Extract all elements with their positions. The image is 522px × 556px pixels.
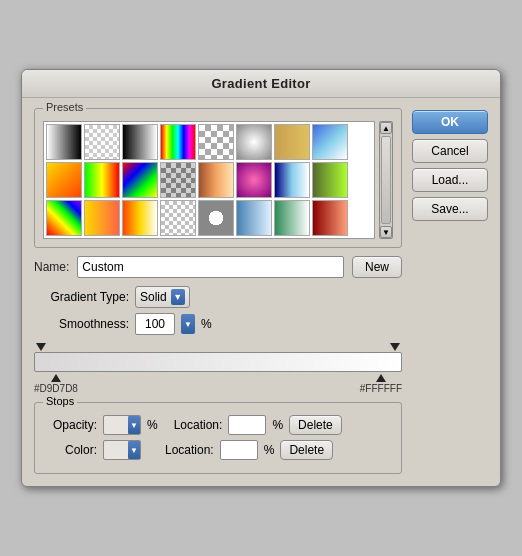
left-stop: #D9D7D8: [34, 374, 78, 394]
save-button[interactable]: Save...: [412, 197, 488, 221]
gradient-type-arrow-icon[interactable]: ▼: [171, 289, 185, 305]
color-delete-button[interactable]: Delete: [280, 440, 333, 460]
preset-swatch[interactable]: [160, 124, 196, 160]
color-label: Color:: [43, 443, 97, 457]
color-location-label: Location:: [165, 443, 214, 457]
presets-scrollbar[interactable]: ▲ ▼: [379, 121, 393, 239]
smoothness-row: Smoothness: ▼ %: [34, 313, 402, 335]
preset-swatch[interactable]: [312, 162, 348, 198]
gradient-type-value: Solid: [140, 290, 167, 304]
color-arrow-icon[interactable]: ▼: [128, 441, 140, 459]
left-stop-marker-top[interactable]: [36, 343, 46, 351]
new-button[interactable]: New: [352, 256, 402, 278]
preset-swatch[interactable]: [274, 162, 310, 198]
color-location-unit: %: [264, 443, 275, 457]
dialog-content: Presets: [22, 98, 500, 474]
preset-swatch[interactable]: [84, 124, 120, 160]
cancel-button[interactable]: Cancel: [412, 139, 488, 163]
preset-swatch[interactable]: [46, 124, 82, 160]
preset-swatch[interactable]: [198, 200, 234, 236]
opacity-row: Opacity: ▼ % Location: % Delete: [43, 415, 393, 435]
smoothness-unit: %: [201, 317, 212, 331]
preset-swatch[interactable]: [122, 200, 158, 236]
gradient-preview-bar[interactable]: [34, 352, 402, 372]
left-color-label: #D9D7D8: [34, 383, 78, 394]
preset-swatch[interactable]: [122, 124, 158, 160]
color-row: Color: ▼ Location: % Delete: [43, 440, 393, 460]
dialog-title: Gradient Editor: [22, 70, 500, 98]
opacity-arrow-icon[interactable]: ▼: [128, 416, 140, 434]
opacity-location-unit: %: [272, 418, 283, 432]
gradient-bar-area: #D9D7D8 #FFFFFF: [34, 343, 402, 394]
left-panel: Presets: [34, 108, 402, 474]
ok-button[interactable]: OK: [412, 110, 488, 134]
opacity-delete-button[interactable]: Delete: [289, 415, 342, 435]
gradient-type-label: Gradient Type:: [34, 290, 129, 304]
scroll-thumb[interactable]: [381, 136, 391, 224]
swatches-grid: [46, 124, 372, 236]
presets-label: Presets: [43, 101, 86, 113]
gradient-type-select[interactable]: Solid ▼: [135, 286, 190, 308]
preset-swatch[interactable]: [198, 162, 234, 198]
name-row: Name: New: [34, 256, 402, 278]
preset-swatch[interactable]: [46, 162, 82, 198]
left-stop-icon[interactable]: [51, 374, 61, 382]
load-button[interactable]: Load...: [412, 168, 488, 192]
scroll-down-button[interactable]: ▼: [380, 226, 392, 238]
color-location-input[interactable]: [220, 440, 258, 460]
smoothness-input[interactable]: [135, 313, 175, 335]
color-select[interactable]: ▼: [103, 440, 141, 460]
preset-swatch[interactable]: [160, 162, 196, 198]
right-panel: OK Cancel Load... Save...: [412, 108, 488, 474]
gradient-type-row: Gradient Type: Solid ▼: [34, 286, 402, 308]
right-color-label: #FFFFFF: [360, 383, 402, 394]
preset-swatch[interactable]: [312, 200, 348, 236]
scroll-up-button[interactable]: ▲: [380, 122, 392, 134]
presets-wrapper: ▲ ▼: [43, 121, 393, 239]
preset-swatch[interactable]: [236, 162, 272, 198]
opacity-location-label: Location:: [174, 418, 223, 432]
preset-swatch[interactable]: [274, 124, 310, 160]
opacity-unit: %: [147, 418, 158, 432]
preset-swatch[interactable]: [160, 200, 196, 236]
top-stop-markers: [34, 343, 402, 351]
preset-swatch[interactable]: [274, 200, 310, 236]
stops-label: Stops: [43, 395, 77, 407]
smoothness-label: Smoothness:: [34, 317, 129, 331]
right-stop-marker-top[interactable]: [390, 343, 400, 351]
settings-area: Gradient Type: Solid ▼ Smoothness: ▼ %: [34, 286, 402, 335]
preset-swatch[interactable]: [198, 124, 234, 160]
preset-swatch[interactable]: [236, 124, 272, 160]
preset-swatch[interactable]: [122, 162, 158, 198]
preset-swatch[interactable]: [46, 200, 82, 236]
preset-swatch[interactable]: [84, 200, 120, 236]
name-label: Name:: [34, 260, 69, 274]
presets-section: Presets: [34, 108, 402, 248]
preset-swatch[interactable]: [84, 162, 120, 198]
stops-section: Stops Opacity: ▼ % Location: % Delete Co…: [34, 402, 402, 474]
right-stop-icon[interactable]: [376, 374, 386, 382]
opacity-location-input[interactable]: [228, 415, 266, 435]
right-stop: #FFFFFF: [360, 374, 402, 394]
name-input[interactable]: [77, 256, 344, 278]
smoothness-arrow-icon[interactable]: ▼: [181, 314, 195, 334]
gradient-editor-dialog: Gradient Editor Presets: [21, 69, 501, 487]
preset-swatch[interactable]: [236, 200, 272, 236]
opacity-select[interactable]: ▼: [103, 415, 141, 435]
preset-swatch[interactable]: [312, 124, 348, 160]
color-stop-labels-row: #D9D7D8 #FFFFFF: [34, 374, 402, 394]
opacity-label: Opacity:: [43, 418, 97, 432]
